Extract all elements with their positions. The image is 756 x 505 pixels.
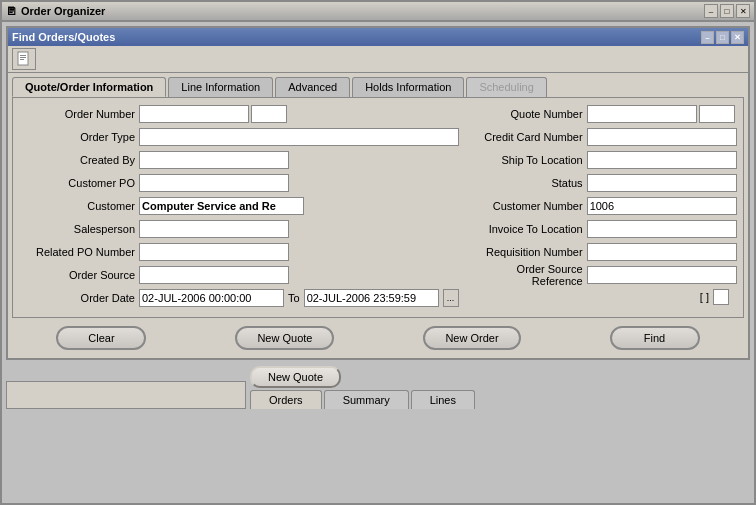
quote-number-label: Quote Number [467,108,587,120]
salesperson-row: Salesperson [19,219,459,239]
customer-input[interactable] [139,197,304,215]
created-by-label: Created By [19,154,139,166]
order-number-input[interactable] [139,105,249,123]
close-button[interactable]: ✕ [736,4,750,18]
toolbar-icon[interactable] [12,48,36,70]
order-type-input[interactable] [139,128,459,146]
order-source-reference-row: Order Source Reference [467,265,737,285]
tab-line-information[interactable]: Line Information [168,77,273,97]
order-source-label: Order Source [19,269,139,281]
window-title: Order Organizer [21,5,105,17]
order-date-to-input[interactable] [304,289,439,307]
status-label: Status [467,177,587,189]
inner-panel-title: Find Orders/Quotes [12,31,115,43]
invoice-to-input[interactable] [587,220,737,238]
invoice-to-row: Invoice To Location [467,219,737,239]
new-quote-button[interactable]: New Quote [235,326,334,350]
customer-number-label: Customer Number [467,200,587,212]
inner-min-button[interactable]: – [701,31,714,44]
new-quote-popup-button[interactable]: New Quote [250,366,341,388]
order-date-to-label: To [288,292,300,304]
customer-number-input[interactable] [587,197,737,215]
salesperson-input[interactable] [139,220,289,238]
svg-rect-2 [20,57,26,58]
bottom-right-section: New Quote Orders Summary Lines [250,366,475,409]
order-number-extra-input[interactable] [251,105,287,123]
created-by-row: Created By [19,150,459,170]
requisition-number-label: Requisition Number [467,246,587,258]
app-icon: 🖹 [6,5,17,17]
order-source-row: Order Source [19,265,459,285]
ship-to-input[interactable] [587,151,737,169]
salesperson-label: Salesperson [19,223,139,235]
title-bar: 🖹 Order Organizer – □ ✕ [0,0,756,20]
quote-number-input[interactable] [587,105,697,123]
browse-button[interactable]: ... [443,289,459,307]
customer-po-label: Customer PO [19,177,139,189]
btab-lines[interactable]: Lines [411,390,475,409]
find-button[interactable]: Find [610,326,700,350]
order-source-input[interactable] [139,266,289,284]
svg-rect-0 [18,52,28,65]
tab-scheduling: Scheduling [466,77,546,97]
related-po-row: Related PO Number [19,242,459,262]
tabs-row: Quote/Order Information Line Information… [8,73,748,97]
ship-to-label: Ship To Location [467,154,587,166]
new-order-button[interactable]: New Order [423,326,520,350]
credit-card-input[interactable] [587,128,737,146]
checkbox[interactable] [713,289,729,305]
order-date-label: Order Date [19,292,139,304]
quote-number-extra-input[interactable] [699,105,735,123]
main-window: Find Orders/Quotes – □ ✕ [0,20,756,505]
minimize-button[interactable]: – [704,4,718,18]
inner-max-button[interactable]: □ [716,31,729,44]
svg-rect-3 [20,59,24,60]
customer-number-row: Customer Number [467,196,737,216]
order-type-row: Order Type [19,127,459,147]
created-by-input[interactable] [139,151,289,169]
quote-number-row: Quote Number [467,104,737,124]
status-input[interactable] [587,174,737,192]
inner-close-button[interactable]: ✕ [731,31,744,44]
customer-po-input[interactable] [139,174,289,192]
order-source-reference-label: Order Source Reference [467,263,587,287]
btab-orders[interactable]: Orders [250,390,322,409]
find-orders-panel: Find Orders/Quotes – □ ✕ [6,26,750,360]
action-buttons: Clear New Quote New Order Find [8,318,748,358]
content-area: Order Number Order Type [12,97,744,318]
inner-title-bar: Find Orders/Quotes – □ ✕ [8,28,748,46]
invoice-to-label: Invoice To Location [467,223,587,235]
order-number-row: Order Number [19,104,459,124]
btab-summary[interactable]: Summary [324,390,409,409]
customer-label: Customer [19,200,139,212]
customer-po-row: Customer PO [19,173,459,193]
requisition-number-row: Requisition Number [467,242,737,262]
ship-to-row: Ship To Location [467,150,737,170]
tab-holds-information[interactable]: Holds Information [352,77,464,97]
checkbox-row: [ ] [467,289,737,305]
toolbar [8,46,748,73]
bottom-tabs-row: Orders Summary Lines [250,390,475,409]
status-row: Status [467,173,737,193]
customer-row: Customer [19,196,459,216]
clear-button[interactable]: Clear [56,326,146,350]
bracket-label: [ ] [700,291,709,303]
tab-advanced[interactable]: Advanced [275,77,350,97]
requisition-number-input[interactable] [587,243,737,261]
svg-rect-1 [20,55,26,56]
order-date-from-input[interactable] [139,289,284,307]
related-po-label: Related PO Number [19,246,139,258]
maximize-button[interactable]: □ [720,4,734,18]
tab-quote-order-information[interactable]: Quote/Order Information [12,77,166,97]
order-number-label: Order Number [19,108,139,120]
order-type-label: Order Type [19,131,139,143]
credit-card-row: Credit Card Number [467,127,737,147]
form-right: Quote Number Credit Card Number [467,104,737,311]
bottom-left-panel [6,381,246,409]
form-left: Order Number Order Type [19,104,459,311]
order-date-row: Order Date To ... [19,288,459,308]
related-po-input[interactable] [139,243,289,261]
credit-card-label: Credit Card Number [467,131,587,143]
order-source-reference-input[interactable] [587,266,737,284]
